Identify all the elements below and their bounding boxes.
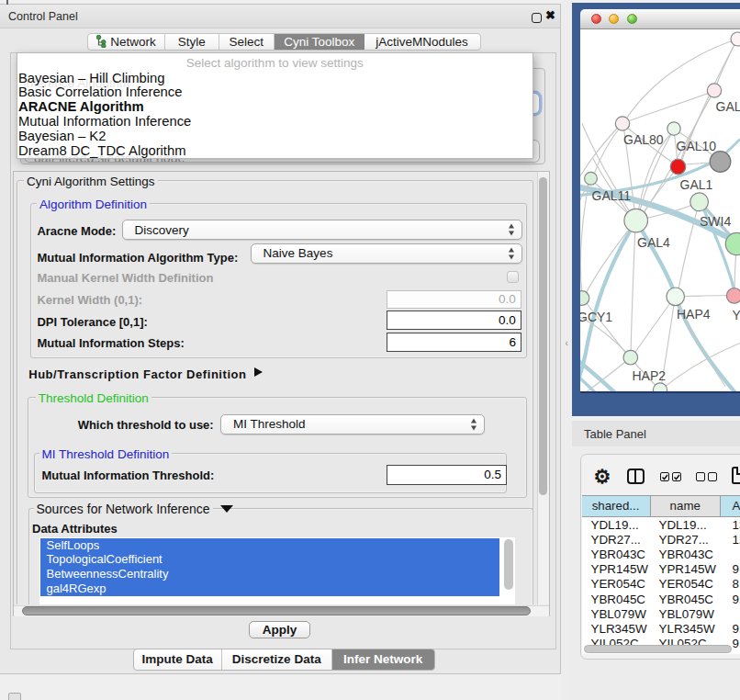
network-node-n-gal11[interactable] — [585, 172, 598, 185]
attributes-scrollbar-thumb[interactable] — [504, 539, 513, 590]
attribute-item[interactable]: gal4RGexp — [40, 581, 499, 596]
bottom-tab-impute-data[interactable]: Impute Data — [134, 649, 222, 670]
network-node-n-swi4[interactable] — [690, 192, 709, 210]
tab-network[interactable]: Network — [88, 34, 165, 50]
node-label-n-gal11: GAL11 — [592, 187, 632, 202]
column-header-1[interactable]: shared... — [582, 495, 651, 517]
network-edge[interactable] — [580, 180, 589, 295]
network-node-n-gal4[interactable] — [624, 209, 648, 232]
table-row[interactable]: YBR043CYBR043C — [582, 548, 740, 562]
aracne-mode-combo[interactable]: Discovery — [122, 220, 522, 240]
tab-select[interactable]: Select — [219, 34, 275, 50]
network-node-n-hap4[interactable] — [667, 288, 685, 306]
expand-arrow-icon[interactable] — [254, 367, 263, 377]
network-edge[interactable] — [624, 91, 713, 122]
close-traffic-light-icon[interactable] — [591, 14, 601, 24]
divider-collapse-icon[interactable]: ‹ — [566, 338, 568, 348]
table-row[interactable]: YPR145WYPR145W9. — [582, 562, 740, 577]
dropdown-item-3[interactable]: ARACNE Algorithm — [17, 100, 533, 115]
checked-pair-icon[interactable] — [660, 472, 682, 481]
settings-vscrollbar-thumb[interactable] — [539, 177, 547, 495]
which-threshold-label: Which threshold to use: — [18, 418, 214, 432]
mi-steps-field[interactable]: 6 — [387, 333, 521, 352]
table-cell: YBR043C — [659, 548, 714, 562]
table-cell: 9. — [733, 622, 740, 637]
collapse-arrow-icon[interactable] — [220, 505, 233, 513]
dropdown-item-1[interactable]: Bayesian – Hill Climbing — [17, 72, 533, 86]
split-divider[interactable] — [561, 0, 572, 700]
dropdown-item-6[interactable]: Dream8 DC_TDC Algorithm — [17, 144, 533, 159]
column-header-2[interactable]: name — [651, 495, 722, 517]
data-attributes-label: Data Attributes — [32, 522, 118, 536]
attribute-item[interactable]: TopologicalCoefficient — [40, 552, 499, 567]
unchecked-pair-icon[interactable] — [696, 472, 718, 481]
screenshot-root: Control Panel ✖ NetworkStyleSelectCyni T… — [0, 0, 740, 700]
network-edge[interactable] — [678, 295, 732, 296]
dropdown-item-5[interactable]: Bayesian – K2 — [17, 130, 533, 144]
tab-style[interactable]: Style — [165, 34, 219, 50]
network-node-n-gal1-red[interactable] — [670, 159, 686, 175]
network-node-n-pink-right[interactable] — [726, 288, 740, 303]
table-cell: YDL19... — [591, 518, 639, 533]
kernel-width-label: Kernel Width (0,1): — [37, 293, 142, 307]
table-row[interactable]: YBL079WYBL079W — [582, 607, 740, 622]
combo-arrows-icon — [471, 418, 477, 430]
settings-hscrollbar-thumb[interactable] — [22, 606, 531, 615]
which-threshold-combo[interactable]: MI Threshold — [220, 414, 485, 435]
tab-jactivemnodules[interactable]: jActiveMNodules — [364, 34, 480, 50]
table-cell: 13 — [733, 518, 740, 533]
node-table[interactable]: shared...nameAYDL19...YDL19...13YDR27...… — [582, 495, 740, 654]
table-cell: YPR145W — [659, 562, 717, 577]
network-node-n-top-right[interactable] — [731, 32, 740, 46]
network-node-n-gal2[interactable] — [707, 83, 721, 96]
dropdown-placeholder: Select algorithm to view settings — [17, 56, 533, 70]
tab-label: Cyni Toolbox — [284, 35, 354, 49]
network-node-n-gal80[interactable] — [615, 116, 629, 130]
network-desktop: GALGAL80GAL10GAL1GAL11SWI4GAL4HAP4YGCY1H… — [572, 3, 740, 417]
network-node-n-bottom[interactable] — [653, 382, 667, 390]
settings-vscrollbar-track[interactable] — [537, 172, 549, 604]
sources-title: Sources for Network Inference — [34, 502, 213, 516]
dpi-tolerance-field[interactable]: 0.0 — [387, 310, 521, 330]
attribute-item[interactable]: SelfLoops — [40, 538, 499, 553]
minimize-traffic-light-icon[interactable] — [609, 14, 619, 24]
table-panel-title: Table Panel — [584, 427, 646, 441]
network-view[interactable]: GALGAL80GAL10GAL1GAL11SWI4GAL4HAP4YGCY1H… — [580, 29, 740, 391]
network-node-n-gray[interactable] — [710, 151, 731, 172]
apply-button[interactable]: Apply — [249, 621, 310, 638]
bottom-tab-discretize-data[interactable]: Discretize Data — [222, 649, 333, 670]
table-row[interactable]: YER054CYER054C8. — [582, 577, 740, 592]
column-header-3[interactable]: A — [721, 495, 740, 517]
dropdown-item-2[interactable]: Basic Correlation Inference — [17, 85, 533, 100]
aracne-mode-label: Aracne Mode: — [37, 224, 116, 238]
data-attributes-list[interactable]: SelfLoopsTopologicalCoefficientBetweenne… — [39, 537, 515, 605]
column-split-icon[interactable] — [627, 469, 645, 484]
mi-type-combo[interactable]: Naive Bayes — [251, 243, 522, 264]
tab-cyni-toolbox[interactable]: Cyni Toolbox — [275, 34, 364, 50]
attribute-item[interactable]: BetweennessCentrality — [40, 567, 499, 581]
network-edge-highlighted[interactable] — [580, 223, 634, 391]
table-hscrollbar-thumb[interactable] — [584, 645, 732, 654]
table-cell: 12 — [733, 533, 740, 548]
table-row[interactable]: YDR27...YDR27...12 — [582, 533, 740, 548]
kernel-width-field[interactable]: 0.0 — [387, 290, 521, 310]
float-window-icon[interactable] — [532, 13, 542, 23]
close-icon[interactable]: ✖ — [545, 8, 555, 22]
zoom-traffic-light-icon[interactable] — [627, 14, 637, 24]
dropdown-item-4[interactable]: Mutual Information Inference — [17, 115, 533, 130]
bottom-tab-infer-network[interactable]: Infer Network — [332, 649, 434, 670]
network-window-titlebar[interactable] — [580, 9, 740, 29]
manual-kernel-checkbox[interactable] — [507, 271, 520, 284]
mi-threshold-field[interactable]: 0.5 — [387, 465, 507, 485]
table-row[interactable]: YLR345WYLR345W9. — [582, 622, 740, 637]
file-icon[interactable] — [732, 467, 740, 484]
combo-arrows-icon — [509, 247, 515, 259]
gear-icon[interactable]: ⚙ — [594, 466, 611, 488]
network-node-n-hap2[interactable] — [623, 350, 638, 365]
table-row[interactable]: YDL19...YDL19...13 — [582, 518, 740, 533]
network-node-n-gcy1[interactable] — [580, 290, 589, 305]
network-edge[interactable] — [631, 224, 635, 355]
table-row[interactable]: YBR045CYBR045C9. — [582, 593, 740, 607]
algorithm-dropdown-popup: Inference Algorithm galFiltered.sif defa… — [17, 52, 533, 159]
network-node-n-gal10[interactable] — [667, 121, 680, 134]
